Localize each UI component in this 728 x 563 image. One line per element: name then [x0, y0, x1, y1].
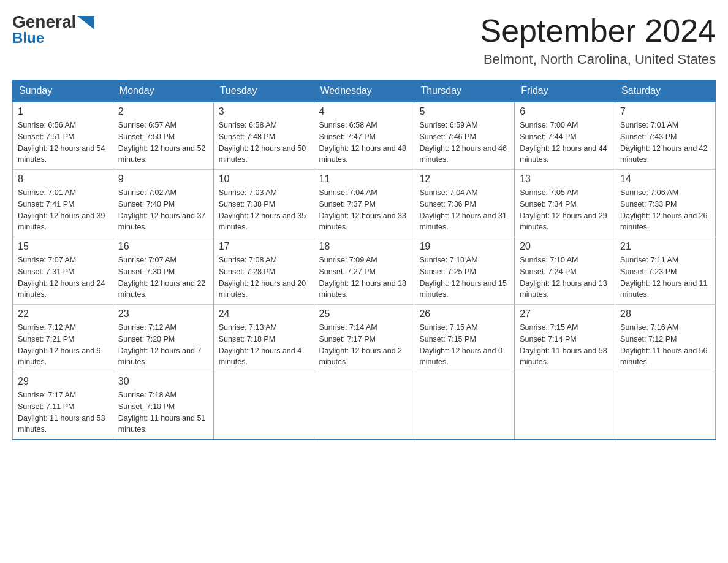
calendar-cell: 20Sunrise: 7:10 AMSunset: 7:24 PMDayligh… — [515, 237, 615, 305]
day-info: Sunrise: 7:15 AMSunset: 7:15 PMDaylight:… — [419, 322, 509, 368]
day-info: Sunrise: 7:04 AMSunset: 7:36 PMDaylight:… — [419, 187, 509, 233]
day-info: Sunrise: 7:07 AMSunset: 7:31 PMDaylight:… — [18, 255, 108, 301]
calendar-week-3: 15Sunrise: 7:07 AMSunset: 7:31 PMDayligh… — [13, 237, 716, 305]
day-info: Sunrise: 7:18 AMSunset: 7:10 PMDaylight:… — [118, 389, 208, 435]
day-number: 29 — [18, 376, 108, 387]
day-number: 27 — [520, 308, 610, 320]
day-number: 25 — [319, 308, 409, 320]
day-info: Sunrise: 7:14 AMSunset: 7:17 PMDaylight:… — [319, 322, 409, 368]
day-info: Sunrise: 6:59 AMSunset: 7:46 PMDaylight:… — [419, 120, 509, 166]
day-number: 24 — [219, 308, 309, 320]
calendar-header-tuesday: Tuesday — [213, 80, 314, 102]
day-number: 18 — [319, 241, 409, 252]
day-info: Sunrise: 7:13 AMSunset: 7:18 PMDaylight:… — [219, 322, 309, 368]
calendar-cell: 8Sunrise: 7:01 AMSunset: 7:41 PMDaylight… — [13, 170, 113, 237]
calendar-header-thursday: Thursday — [414, 80, 515, 102]
day-number: 8 — [18, 174, 108, 185]
day-number: 19 — [419, 241, 509, 252]
calendar-header-wednesday: Wednesday — [314, 80, 414, 102]
calendar-cell: 19Sunrise: 7:10 AMSunset: 7:25 PMDayligh… — [414, 237, 515, 305]
day-info: Sunrise: 6:58 AMSunset: 7:48 PMDaylight:… — [219, 120, 309, 166]
day-info: Sunrise: 7:08 AMSunset: 7:28 PMDaylight:… — [219, 255, 309, 301]
day-number: 3 — [219, 106, 309, 117]
day-info: Sunrise: 7:07 AMSunset: 7:30 PMDaylight:… — [118, 255, 208, 301]
day-number: 11 — [319, 174, 409, 185]
calendar-week-2: 8Sunrise: 7:01 AMSunset: 7:41 PMDaylight… — [13, 170, 716, 237]
day-number: 10 — [219, 174, 309, 185]
calendar-cell: 26Sunrise: 7:15 AMSunset: 7:15 PMDayligh… — [414, 305, 515, 372]
logo: General Blue — [12, 12, 94, 47]
calendar-cell: 15Sunrise: 7:07 AMSunset: 7:31 PMDayligh… — [13, 237, 113, 305]
calendar-cell: 2Sunrise: 6:57 AMSunset: 7:50 PMDaylight… — [113, 102, 213, 170]
page-title: September 2024 — [480, 12, 716, 49]
day-number: 6 — [520, 106, 610, 117]
calendar-header-row: SundayMondayTuesdayWednesdayThursdayFrid… — [13, 80, 716, 102]
day-number: 5 — [419, 106, 509, 117]
calendar-cell: 22Sunrise: 7:12 AMSunset: 7:21 PMDayligh… — [13, 305, 113, 372]
calendar-week-1: 1Sunrise: 6:56 AMSunset: 7:51 PMDaylight… — [13, 102, 716, 170]
calendar-cell: 17Sunrise: 7:08 AMSunset: 7:28 PMDayligh… — [213, 237, 314, 305]
calendar-cell: 4Sunrise: 6:58 AMSunset: 7:47 PMDaylight… — [314, 102, 414, 170]
logo-blue: Blue — [12, 29, 44, 47]
day-info: Sunrise: 7:01 AMSunset: 7:43 PMDaylight:… — [620, 120, 710, 166]
day-info: Sunrise: 7:12 AMSunset: 7:20 PMDaylight:… — [118, 322, 208, 368]
calendar-cell: 6Sunrise: 7:00 AMSunset: 7:44 PMDaylight… — [515, 102, 615, 170]
calendar-cell: 23Sunrise: 7:12 AMSunset: 7:20 PMDayligh… — [113, 305, 213, 372]
day-info: Sunrise: 6:58 AMSunset: 7:47 PMDaylight:… — [319, 120, 409, 166]
day-number: 9 — [118, 174, 208, 185]
calendar-cell: 5Sunrise: 6:59 AMSunset: 7:46 PMDaylight… — [414, 102, 515, 170]
day-info: Sunrise: 7:17 AMSunset: 7:11 PMDaylight:… — [18, 389, 108, 435]
calendar-cell: 12Sunrise: 7:04 AMSunset: 7:36 PMDayligh… — [414, 170, 515, 237]
day-number: 23 — [118, 308, 208, 320]
calendar-week-5: 29Sunrise: 7:17 AMSunset: 7:11 PMDayligh… — [13, 372, 716, 440]
page-header: General Blue September 2024 Belmont, Nor… — [12, 12, 716, 67]
day-number: 17 — [219, 241, 309, 252]
calendar-cell: 30Sunrise: 7:18 AMSunset: 7:10 PMDayligh… — [113, 372, 213, 440]
day-info: Sunrise: 7:02 AMSunset: 7:40 PMDaylight:… — [118, 187, 208, 233]
calendar-cell: 27Sunrise: 7:15 AMSunset: 7:14 PMDayligh… — [515, 305, 615, 372]
calendar-cell — [213, 372, 314, 440]
calendar-cell — [515, 372, 615, 440]
calendar-cell — [414, 372, 515, 440]
day-number: 26 — [419, 308, 509, 320]
calendar-table: SundayMondayTuesdayWednesdayThursdayFrid… — [12, 80, 716, 440]
title-block: September 2024 Belmont, North Carolina, … — [480, 12, 716, 67]
calendar-cell: 1Sunrise: 6:56 AMSunset: 7:51 PMDaylight… — [13, 102, 113, 170]
day-info: Sunrise: 7:11 AMSunset: 7:23 PMDaylight:… — [620, 255, 710, 301]
day-info: Sunrise: 7:15 AMSunset: 7:14 PMDaylight:… — [520, 322, 610, 368]
day-info: Sunrise: 7:01 AMSunset: 7:41 PMDaylight:… — [18, 187, 108, 233]
day-info: Sunrise: 7:12 AMSunset: 7:21 PMDaylight:… — [18, 322, 108, 368]
calendar-cell: 16Sunrise: 7:07 AMSunset: 7:30 PMDayligh… — [113, 237, 213, 305]
day-info: Sunrise: 7:00 AMSunset: 7:44 PMDaylight:… — [520, 120, 610, 166]
day-number: 7 — [620, 106, 710, 117]
day-number: 30 — [118, 376, 208, 387]
day-number: 2 — [118, 106, 208, 117]
day-info: Sunrise: 6:57 AMSunset: 7:50 PMDaylight:… — [118, 120, 208, 166]
day-info: Sunrise: 7:10 AMSunset: 7:24 PMDaylight:… — [520, 255, 610, 301]
day-number: 16 — [118, 241, 208, 252]
day-number: 20 — [520, 241, 610, 252]
day-number: 13 — [520, 174, 610, 185]
day-number: 21 — [620, 241, 710, 252]
calendar-header-friday: Friday — [515, 80, 615, 102]
calendar-cell: 24Sunrise: 7:13 AMSunset: 7:18 PMDayligh… — [213, 305, 314, 372]
calendar-cell: 7Sunrise: 7:01 AMSunset: 7:43 PMDaylight… — [615, 102, 716, 170]
svg-marker-0 — [77, 16, 94, 29]
day-number: 14 — [620, 174, 710, 185]
calendar-cell: 10Sunrise: 7:03 AMSunset: 7:38 PMDayligh… — [213, 170, 314, 237]
calendar-cell: 11Sunrise: 7:04 AMSunset: 7:37 PMDayligh… — [314, 170, 414, 237]
calendar-cell: 21Sunrise: 7:11 AMSunset: 7:23 PMDayligh… — [615, 237, 716, 305]
calendar-cell: 13Sunrise: 7:05 AMSunset: 7:34 PMDayligh… — [515, 170, 615, 237]
day-number: 4 — [319, 106, 409, 117]
calendar-cell — [615, 372, 716, 440]
day-info: Sunrise: 7:03 AMSunset: 7:38 PMDaylight:… — [219, 187, 309, 233]
day-info: Sunrise: 7:06 AMSunset: 7:33 PMDaylight:… — [620, 187, 710, 233]
day-info: Sunrise: 7:16 AMSunset: 7:12 PMDaylight:… — [620, 322, 710, 368]
day-number: 22 — [18, 308, 108, 320]
calendar-cell: 29Sunrise: 7:17 AMSunset: 7:11 PMDayligh… — [13, 372, 113, 440]
day-number: 12 — [419, 174, 509, 185]
calendar-cell: 18Sunrise: 7:09 AMSunset: 7:27 PMDayligh… — [314, 237, 414, 305]
calendar-cell: 3Sunrise: 6:58 AMSunset: 7:48 PMDaylight… — [213, 102, 314, 170]
calendar-cell: 25Sunrise: 7:14 AMSunset: 7:17 PMDayligh… — [314, 305, 414, 372]
day-info: Sunrise: 7:05 AMSunset: 7:34 PMDaylight:… — [520, 187, 610, 233]
